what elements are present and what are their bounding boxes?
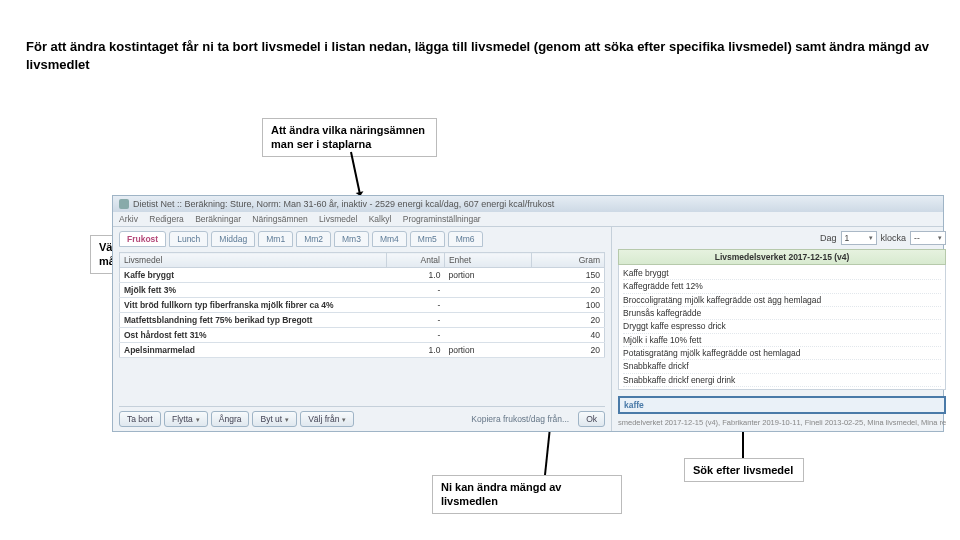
tab-mm5[interactable]: Mm5 <box>410 231 445 247</box>
app-icon <box>119 199 129 209</box>
app-window: Dietist Net :: Beräkning: Sture, Norm: M… <box>112 195 944 432</box>
ta-bort-button[interactable]: Ta bort <box>119 411 161 427</box>
tab-mm2[interactable]: Mm2 <box>296 231 331 247</box>
kopiera-link[interactable]: Kopiera frukost/dag från... <box>471 414 569 424</box>
search-box <box>618 396 946 414</box>
list-item[interactable]: Broccoligratäng mjölk kaffegrädde ost äg… <box>623 294 941 307</box>
list-item[interactable]: Brunsås kaffegrädde <box>623 307 941 320</box>
titlebar: Dietist Net :: Beräkning: Sture, Norm: M… <box>113 196 943 212</box>
menu-redigera[interactable]: Redigera <box>149 214 184 224</box>
klocka-label: klocka <box>881 233 907 243</box>
list-item[interactable]: Mjölk i kaffe 10% fett <box>623 334 941 347</box>
list-item[interactable]: Snabbkaffe drickf energi drink <box>623 374 941 387</box>
tab-lunch[interactable]: Lunch <box>169 231 208 247</box>
table-row[interactable]: Matfettsblandning fett 75% berikad typ B… <box>120 313 605 328</box>
food-table: Livsmedel Antal Enhet Gram Kaffe bryggt1… <box>119 252 605 358</box>
right-pane: Dag 1▾ klocka --▾ Livsmedelsverket 2017-… <box>611 227 952 431</box>
tab-mm4[interactable]: Mm4 <box>372 231 407 247</box>
chevron-down-icon: ▾ <box>285 416 289 423</box>
menu-naringsamnen[interactable]: Näringsämnen <box>252 214 307 224</box>
tab-middag[interactable]: Middag <box>211 231 255 247</box>
angra-button[interactable]: Ångra <box>211 411 250 427</box>
byt-ut-button[interactable]: Byt ut▾ <box>252 411 297 427</box>
arrow-1 <box>350 152 362 199</box>
menu-berakningar[interactable]: Beräkningar <box>195 214 241 224</box>
database-header: Livsmedelsverket 2017-12-15 (v4) <box>618 249 946 265</box>
table-row[interactable]: Vitt bröd fullkorn typ fiberfranska mjöl… <box>120 298 605 313</box>
list-item[interactable]: Dryggt kaffe espresso drick <box>623 320 941 333</box>
left-pane: Frukost Lunch Middag Mm1 Mm2 Mm3 Mm4 Mm5… <box>113 227 611 431</box>
col-enhet[interactable]: Enhet <box>444 253 531 268</box>
chevron-down-icon: ▾ <box>342 416 346 423</box>
window-title: Dietist Net :: Beräkning: Sture, Norm: M… <box>133 199 554 209</box>
menu-program[interactable]: Programinställningar <box>403 214 481 224</box>
klocka-select[interactable]: --▾ <box>910 231 946 245</box>
chevron-down-icon: ▾ <box>196 416 200 423</box>
callout-sok: Sök efter livsmedel <box>684 458 804 482</box>
col-gram[interactable]: Gram <box>532 253 605 268</box>
tab-mm6[interactable]: Mm6 <box>448 231 483 247</box>
callout-andra-mangd: Ni kan ändra mängd av livsmedlen <box>432 475 622 514</box>
tab-mm3[interactable]: Mm3 <box>334 231 369 247</box>
tab-frukost[interactable]: Frukost <box>119 231 166 247</box>
tab-mm1[interactable]: Mm1 <box>258 231 293 247</box>
menubar: Arkiv Redigera Beräkningar Näringsämnen … <box>113 212 943 227</box>
chevron-down-icon: ▾ <box>938 234 942 242</box>
flytta-button[interactable]: Flytta▾ <box>164 411 208 427</box>
list-item[interactable]: Kaffe bryggt <box>623 267 941 280</box>
menu-livsmedel[interactable]: Livsmedel <box>319 214 357 224</box>
list-item[interactable]: Potatisgratäng mjölk kaffegrädde ost hem… <box>623 347 941 360</box>
callout-naringsamnen: Att ändra vilka näringsämnen man ser i s… <box>262 118 437 157</box>
table-row[interactable]: Kaffe bryggt1.0portion150 <box>120 268 605 283</box>
page-instruction: För att ändra kostintaget får ni ta bort… <box>26 38 934 73</box>
database-line: smedelverket 2017-12-15 (v4), Fabrikante… <box>618 418 946 427</box>
search-input[interactable] <box>618 396 946 414</box>
button-row: Ta bort Flytta▾ Ångra Byt ut▾ Välj från▾… <box>119 406 605 427</box>
table-row[interactable]: Mjölk fett 3%-20 <box>120 283 605 298</box>
table-row[interactable]: Apelsinmarmelad1.0portion20 <box>120 343 605 358</box>
day-label: Dag <box>820 233 837 243</box>
ok-button[interactable]: Ok <box>578 411 605 427</box>
valj-fran-button[interactable]: Välj från▾ <box>300 411 354 427</box>
list-item[interactable]: Kaffegrädde fett 12% <box>623 280 941 293</box>
menu-arkiv[interactable]: Arkiv <box>119 214 138 224</box>
col-antal[interactable]: Antal <box>386 253 444 268</box>
top-controls: Dag 1▾ klocka --▾ <box>618 231 946 245</box>
table-row[interactable]: Ost hårdost fett 31%-40 <box>120 328 605 343</box>
search-results: Kaffe bryggtKaffegrädde fett 12%Broccoli… <box>618 265 946 390</box>
meal-tabs: Frukost Lunch Middag Mm1 Mm2 Mm3 Mm4 Mm5… <box>119 231 483 247</box>
chevron-down-icon: ▾ <box>869 234 873 242</box>
list-item[interactable]: Snabbkaffe drickf <box>623 360 941 373</box>
day-select[interactable]: 1▾ <box>841 231 877 245</box>
col-livsmedel[interactable]: Livsmedel <box>120 253 387 268</box>
menu-kalkyl[interactable]: Kalkyl <box>369 214 392 224</box>
